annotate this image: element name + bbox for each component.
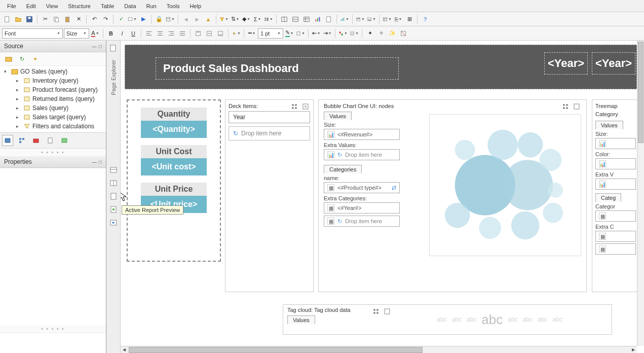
- treemap-color-slot[interactable]: 📊: [595, 158, 636, 169]
- deck-expand-icon[interactable]: [301, 102, 310, 111]
- indent-left-icon[interactable]: ⇤▼: [311, 28, 321, 39]
- expand-icon[interactable]: ▸: [16, 87, 21, 92]
- variables-icon[interactable]: ▼: [382, 14, 392, 24]
- vertical-scrollbar[interactable]: [637, 41, 644, 346]
- options-icon[interactable]: ✦: [30, 54, 40, 63]
- dashboard-title[interactable]: Product Sales Dashboard: [156, 57, 399, 80]
- maximize-icon[interactable]: □: [99, 159, 102, 165]
- bubble-name-slot[interactable]: ▦<#Product type#>⇄: [324, 182, 400, 193]
- tree-item-forecast[interactable]: ▸Product forecast (query): [2, 85, 104, 94]
- save-icon[interactable]: [24, 14, 34, 24]
- bubble-categories-tab[interactable]: Categories: [324, 165, 362, 173]
- expand-icon[interactable]: ▸: [16, 105, 21, 111]
- scrollbar-thumb[interactable]: [638, 42, 643, 143]
- size-dropdown[interactable]: Size▼: [64, 28, 89, 39]
- font-color-icon[interactable]: A▼: [90, 28, 100, 39]
- indent-right-icon[interactable]: ⇥▼: [322, 28, 332, 39]
- valign-top-icon[interactable]: [193, 28, 203, 39]
- expand-icon[interactable]: ▸: [16, 78, 21, 83]
- deck-drop-zone[interactable]: ↻ Drop item here: [229, 126, 310, 140]
- back-icon[interactable]: ◄: [181, 14, 191, 24]
- variables-explorer-icon[interactable]: [108, 191, 119, 202]
- paste-icon[interactable]: [62, 14, 72, 24]
- line-color-icon[interactable]: ✎▼: [284, 28, 294, 39]
- bubble-values-tab[interactable]: Values: [324, 112, 352, 120]
- redo-icon[interactable]: ↷: [100, 14, 110, 24]
- align-center-icon[interactable]: [155, 28, 165, 39]
- line-width-dropdown[interactable]: 1 pt▼: [258, 28, 283, 39]
- lock-icon[interactable]: 🔒: [154, 14, 164, 24]
- drill-icon[interactable]: ⎘▼: [393, 14, 403, 24]
- stat-card-quantity[interactable]: Quantity <Quantity>: [141, 108, 207, 138]
- stat-card-unit-cost[interactable]: Unit Cost <Unit cost>: [141, 145, 207, 175]
- up-icon[interactable]: ▲: [203, 14, 213, 24]
- treemap-extra-c-slot-2[interactable]: ▦: [595, 243, 636, 255]
- copy-icon[interactable]: [51, 14, 61, 24]
- tagcloud-panel[interactable]: Tag cloud: Tag cloud data Values abc abc…: [283, 304, 612, 335]
- insert-crosstab-icon[interactable]: [301, 14, 312, 24]
- tree-item-sales[interactable]: ▸Sales (query): [2, 103, 104, 113]
- forward-icon[interactable]: ►: [192, 14, 202, 24]
- treemap-cat-slot[interactable]: ▦: [595, 210, 636, 222]
- insert-table-icon[interactable]: [279, 14, 289, 24]
- expand-icon[interactable]: ▸: [16, 124, 21, 129]
- sort-icon[interactable]: ⇅▼: [230, 14, 240, 24]
- sum-icon[interactable]: Σ▼: [252, 14, 262, 24]
- minimize-icon[interactable]: —: [92, 44, 97, 49]
- apply-style-icon[interactable]: ✧: [376, 28, 386, 39]
- insert-chart-icon[interactable]: [313, 14, 323, 24]
- validate-icon[interactable]: ✓: [116, 14, 126, 24]
- preview-icon[interactable]: ▼: [127, 14, 137, 24]
- underline-icon[interactable]: U: [128, 28, 138, 39]
- bold-icon[interactable]: B: [106, 28, 116, 39]
- delete-icon[interactable]: ✕: [73, 14, 84, 24]
- bubble-extra-values-slot[interactable]: 📊↻Drop item here: [324, 149, 400, 160]
- horizontal-scrollbar[interactable]: ◀ ▶: [121, 346, 637, 353]
- deck-field-year[interactable]: Year: [229, 111, 310, 123]
- treemap-panel[interactable]: Treemap Category Values Size: 📊 Color: 📊…: [592, 99, 637, 292]
- expand-icon[interactable]: ▸: [16, 96, 21, 101]
- menu-edit[interactable]: Edit: [21, 1, 41, 11]
- swap-icon[interactable]: ⇄: [392, 185, 396, 191]
- year-placeholder-2[interactable]: <Year>: [592, 52, 635, 75]
- menu-table[interactable]: Table: [96, 1, 119, 11]
- panel-splitter[interactable]: • • • • •: [0, 325, 106, 333]
- package-icon[interactable]: [4, 54, 13, 63]
- tagcloud-values-tab[interactable]: Values: [287, 315, 315, 324]
- query-explorer-icon[interactable]: [108, 164, 119, 175]
- tab-search-icon[interactable]: [45, 135, 56, 146]
- wand-icon[interactable]: ✨: [387, 28, 397, 39]
- tree-root[interactable]: ▾ GO Sales (query): [2, 67, 104, 76]
- panel-splitter[interactable]: • • • • •: [0, 149, 106, 156]
- layout-icon[interactable]: ▼: [165, 14, 175, 24]
- dashboard-header[interactable]: Product Sales Dashboard <Year> <Year>: [125, 45, 637, 89]
- cut-icon[interactable]: ✂: [40, 14, 50, 24]
- menu-view[interactable]: View: [41, 1, 63, 11]
- bubble-expand-icon[interactable]: [572, 102, 581, 111]
- treemap-size-slot[interactable]: 📊: [595, 138, 636, 149]
- tree-item-target[interactable]: ▸Sales target (query): [2, 113, 104, 122]
- tab-source-icon[interactable]: [2, 135, 13, 146]
- treemap-extra-v-slot[interactable]: 📊: [595, 179, 636, 190]
- treemap-values-tab[interactable]: Values: [595, 121, 623, 129]
- classes-explorer-icon[interactable]: [108, 204, 119, 215]
- fill-color-icon[interactable]: ▼: [231, 28, 241, 39]
- scroll-left-icon[interactable]: ◀: [121, 346, 128, 354]
- bubble-config-icon[interactable]: [561, 102, 570, 111]
- open-icon[interactable]: [13, 14, 23, 24]
- deck-config-icon[interactable]: [290, 102, 299, 111]
- refresh-icon[interactable]: ↻: [17, 54, 26, 63]
- condition-icon[interactable]: ▼: [338, 28, 348, 39]
- menu-file[interactable]: File: [2, 1, 21, 11]
- group-icon[interactable]: ▼: [263, 14, 274, 24]
- help-icon[interactable]: ?: [420, 14, 430, 24]
- valign-middle-icon[interactable]: [204, 28, 214, 39]
- clear-style-icon[interactable]: [398, 28, 408, 39]
- condition-explorer-icon[interactable]: [108, 178, 119, 189]
- page-explorer-icon[interactable]: [108, 43, 119, 54]
- valign-bottom-icon[interactable]: [215, 28, 225, 39]
- italic-icon[interactable]: I: [117, 28, 127, 39]
- maximize-icon[interactable]: □: [99, 44, 102, 49]
- bubble-extra-cat-slot-1[interactable]: ▦<#Year#>: [324, 202, 400, 214]
- line-style-icon[interactable]: ━▼: [247, 28, 257, 39]
